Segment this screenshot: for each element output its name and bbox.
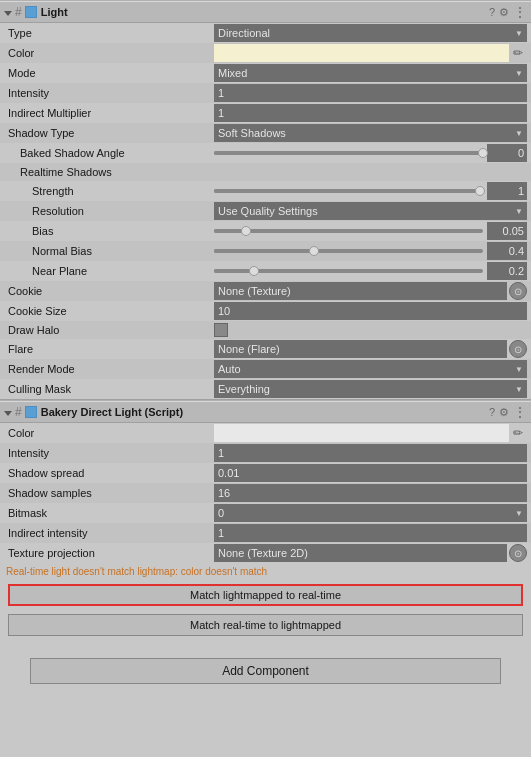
baked-shadow-angle-track[interactable] [214, 151, 483, 155]
color-picker-icon[interactable]: ✏ [509, 44, 527, 62]
shadow-samples-value-area: 16 [214, 484, 527, 502]
shadow-spread-input[interactable]: 0.01 [214, 464, 527, 482]
indirect-multiplier-value-area: 1 [214, 104, 527, 122]
bakery-panel: # Bakery Direct Light (Script) ? ⚙ ⋮ Col… [0, 400, 531, 640]
strength-track[interactable] [214, 189, 483, 193]
strength-value[interactable]: 1 [487, 182, 527, 200]
cookie-size-value-area: 10 [214, 302, 527, 320]
draw-halo-checkbox[interactable] [214, 323, 228, 337]
help-icon[interactable]: ? [489, 6, 495, 18]
add-component-button[interactable]: Add Component [30, 658, 501, 684]
indirect-intensity-value-area: 1 [214, 524, 527, 542]
strength-label: Strength [4, 185, 214, 197]
color-value-area: ✏ [214, 44, 527, 62]
cookie-value-area: None (Texture) ⊙ [214, 282, 527, 300]
near-plane-track[interactable] [214, 269, 483, 273]
texture-projection-input[interactable]: None (Texture 2D) [214, 544, 507, 562]
bias-value[interactable]: 0.05 [487, 222, 527, 240]
match-lightmapped-btn[interactable]: Match lightmapped to real-time [8, 584, 523, 606]
cookie-input[interactable]: None (Texture) [214, 282, 507, 300]
settings-icon[interactable]: ⚙ [499, 6, 509, 19]
shadow-samples-row: Shadow samples 16 [0, 483, 531, 503]
bakery-intensity-input[interactable]: 1 [214, 444, 527, 462]
normal-bias-thumb[interactable] [309, 246, 319, 256]
render-mode-dropdown-arrow: ▼ [515, 365, 523, 374]
shadow-type-dropdown[interactable]: Soft Shadows ▼ [214, 124, 527, 142]
bias-track[interactable] [214, 229, 483, 233]
light-panel-title: Light [41, 6, 489, 18]
cookie-row: Cookie None (Texture) ⊙ [0, 281, 531, 301]
bakery-triangle-icon[interactable] [4, 406, 12, 418]
flare-input[interactable]: None (Flare) [214, 340, 507, 358]
flare-circle-btn[interactable]: ⊙ [509, 340, 527, 358]
overflow-icon[interactable]: ⋮ [513, 4, 527, 20]
normal-bias-fill [214, 249, 314, 253]
normal-bias-track[interactable] [214, 249, 483, 253]
texture-projection-circle-btn[interactable]: ⊙ [509, 544, 527, 562]
bakery-intensity-row: Intensity 1 [0, 443, 531, 463]
render-mode-label: Render Mode [4, 363, 214, 375]
resolution-dropdown-arrow: ▼ [515, 207, 523, 216]
bakery-help-icon[interactable]: ? [489, 406, 495, 418]
bakery-panel-header: # Bakery Direct Light (Script) ? ⚙ ⋮ [0, 401, 531, 423]
baked-shadow-angle-value[interactable]: 0 [487, 144, 527, 162]
resolution-row: Resolution Use Quality Settings ▼ [0, 201, 531, 221]
bakery-header-checkbox[interactable] [25, 406, 37, 418]
warning-text: Real-time light doesn't match lightmap: … [0, 563, 531, 580]
color-swatch[interactable] [214, 44, 509, 62]
intensity-row: Intensity 1 [0, 83, 531, 103]
intensity-input[interactable]: 1 [214, 84, 527, 102]
bakery-color-picker-icon[interactable]: ✏ [509, 424, 527, 442]
intensity-label: Intensity [4, 87, 214, 99]
bakery-header-icons-right: ? ⚙ ⋮ [489, 404, 527, 420]
culling-mask-label: Culling Mask [4, 383, 214, 395]
resolution-value-area: Use Quality Settings ▼ [214, 202, 527, 220]
strength-thumb[interactable] [475, 186, 485, 196]
strength-slider-container: 1 [214, 182, 527, 200]
indirect-intensity-input[interactable]: 1 [214, 524, 527, 542]
texture-projection-row: Texture projection None (Texture 2D) ⊙ [0, 543, 531, 563]
bakery-overflow-icon[interactable]: ⋮ [513, 404, 527, 420]
cookie-size-input[interactable]: 10 [214, 302, 527, 320]
resolution-dropdown[interactable]: Use Quality Settings ▼ [214, 202, 527, 220]
culling-mask-dropdown[interactable]: Everything ▼ [214, 380, 527, 398]
color-swatch-container: ✏ [214, 44, 527, 62]
mode-row: Mode Mixed ▼ [0, 63, 531, 83]
indirect-multiplier-input[interactable]: 1 [214, 104, 527, 122]
strength-fill [214, 189, 480, 193]
bakery-color-row: Color ✏ [0, 423, 531, 443]
mode-label: Mode [4, 67, 214, 79]
bakery-settings-icon[interactable]: ⚙ [499, 406, 509, 419]
baked-shadow-angle-slider-container: 0 [214, 144, 527, 162]
header-checkbox[interactable] [25, 6, 37, 18]
culling-mask-value-area: Everything ▼ [214, 380, 527, 398]
baked-shadow-angle-thumb[interactable] [478, 148, 488, 158]
realtime-shadows-label: Realtime Shadows [4, 166, 214, 178]
match-realtime-btn[interactable]: Match real-time to lightmapped [8, 614, 523, 636]
normal-bias-value[interactable]: 0.4 [487, 242, 527, 260]
header-hash-icon: # [15, 5, 22, 19]
type-dropdown-arrow: ▼ [515, 29, 523, 38]
bitmask-dropdown-arrow: ▼ [515, 509, 523, 518]
render-mode-dropdown[interactable]: Auto ▼ [214, 360, 527, 378]
flare-label: Flare [4, 343, 214, 355]
shadow-samples-input[interactable]: 16 [214, 484, 527, 502]
near-plane-value[interactable]: 0.2 [487, 262, 527, 280]
bias-thumb[interactable] [241, 226, 251, 236]
culling-mask-row: Culling Mask Everything ▼ [0, 379, 531, 399]
cookie-size-label: Cookie Size [4, 305, 214, 317]
triangle-expand-icon[interactable] [4, 6, 12, 18]
realtime-shadows-row: Realtime Shadows [0, 163, 531, 181]
bakery-color-swatch[interactable] [214, 424, 509, 442]
cookie-circle-btn[interactable]: ⊙ [509, 282, 527, 300]
type-dropdown[interactable]: Directional ▼ [214, 24, 527, 42]
draw-halo-value-area [214, 323, 527, 337]
bias-slider-container: 0.05 [214, 222, 527, 240]
normal-bias-slider-container: 0.4 [214, 242, 527, 260]
bitmask-dropdown[interactable]: 0 ▼ [214, 504, 527, 522]
mode-dropdown[interactable]: Mixed ▼ [214, 64, 527, 82]
shadow-type-row: Shadow Type Soft Shadows ▼ [0, 123, 531, 143]
bakery-properties: Color ✏ Intensity 1 Shadow spread 0 [0, 423, 531, 563]
shadow-type-label: Shadow Type [4, 127, 214, 139]
near-plane-thumb[interactable] [249, 266, 259, 276]
